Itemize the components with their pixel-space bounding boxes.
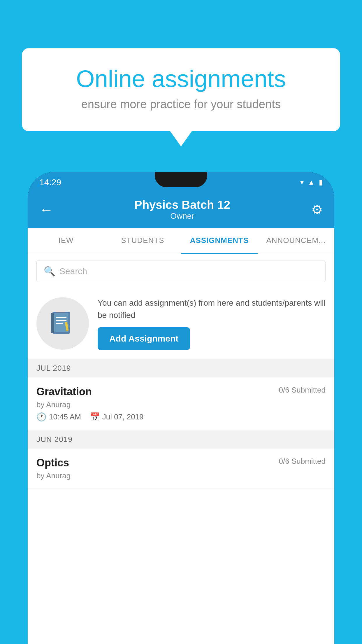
assignment-row: Gravitation 0/6 Submitted — [36, 386, 326, 398]
assignment-meta: 🕐 10:45 AM 📅 Jul 07, 2019 — [36, 412, 326, 422]
tab-assignments[interactable]: ASSIGNMENTS — [181, 228, 258, 254]
assignment-icon-circle — [36, 297, 89, 350]
tab-iew[interactable]: IEW — [28, 228, 104, 254]
notebook-icon — [50, 310, 76, 337]
assignment-time: 10:45 AM — [49, 412, 81, 421]
phone-frame: 14:29 ▾ ▲ ▮ ← Physics Batch 12 Owner ⚙ I… — [28, 172, 334, 644]
assignment-name: Gravitation — [36, 386, 92, 398]
status-icons: ▾ ▲ ▮ — [300, 178, 323, 186]
clock-icon: 🕐 — [36, 412, 47, 422]
app-header: ← Physics Batch 12 Owner ⚙ — [28, 192, 334, 228]
info-description: You can add assignment(s) from here and … — [98, 297, 326, 321]
search-placeholder: Search — [59, 266, 87, 276]
meta-date: 📅 Jul 07, 2019 — [90, 412, 144, 422]
search-icon: 🔍 — [44, 266, 55, 277]
assignment-row: Optics 0/6 Submitted — [36, 457, 326, 469]
assignment-by: by Anurag — [36, 400, 326, 409]
header-title: Physics Batch 12 — [134, 198, 230, 211]
speech-bubble-subtitle: ensure more practice for your students — [45, 98, 317, 111]
screen-content: 🔍 Search You can add assignment(s — [28, 254, 334, 644]
info-section: You can add assignment(s) from here and … — [28, 288, 334, 359]
signal-icon: ▲ — [308, 178, 315, 186]
header-center: Physics Batch 12 Owner — [134, 198, 230, 221]
tab-students[interactable]: STUDENTS — [104, 228, 181, 254]
status-time: 14:29 — [39, 177, 61, 187]
back-button[interactable]: ← — [39, 203, 53, 217]
assignment-item-optics[interactable]: Optics 0/6 Submitted by Anurag — [28, 449, 334, 489]
speech-bubble: Online assignments ensure more practice … — [22, 48, 340, 131]
assignment-submitted: 0/6 Submitted — [279, 457, 326, 466]
svg-rect-2 — [51, 313, 54, 333]
calendar-icon: 📅 — [90, 412, 100, 422]
speech-bubble-title: Online assignments — [45, 66, 317, 92]
search-bar-container: 🔍 Search — [28, 254, 334, 288]
assignment-by: by Anurag — [36, 471, 326, 480]
phone-notch — [155, 172, 207, 187]
month-header-jun: JUN 2019 — [28, 430, 334, 449]
assignment-date: Jul 07, 2019 — [102, 412, 144, 421]
info-text: You can add assignment(s) from here and … — [98, 297, 326, 350]
assignment-name: Optics — [36, 457, 69, 469]
tab-announcements[interactable]: ANNOUNCEM... — [258, 228, 334, 254]
month-header-jul: JUL 2019 — [28, 359, 334, 377]
assignment-submitted: 0/6 Submitted — [279, 386, 326, 395]
search-input[interactable]: 🔍 Search — [36, 260, 326, 282]
assignment-item-gravitation[interactable]: Gravitation 0/6 Submitted by Anurag 🕐 10… — [28, 377, 334, 430]
header-subtitle: Owner — [134, 211, 230, 221]
tabs-bar: IEW STUDENTS ASSIGNMENTS ANNOUNCEM... — [28, 228, 334, 254]
meta-time: 🕐 10:45 AM — [36, 412, 81, 422]
settings-button[interactable]: ⚙ — [311, 202, 323, 217]
add-assignment-button[interactable]: Add Assignment — [98, 327, 190, 350]
battery-icon: ▮ — [319, 178, 323, 186]
wifi-icon: ▾ — [300, 178, 304, 186]
